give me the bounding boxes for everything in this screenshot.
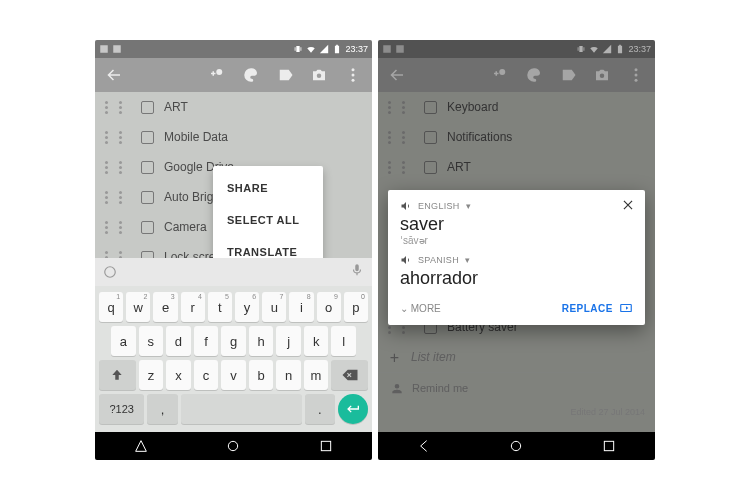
nav-recent[interactable]: [318, 438, 334, 454]
nav-home[interactable]: [508, 438, 524, 454]
ctx-select-all[interactable]: Select All: [213, 204, 323, 236]
key-s[interactable]: s: [139, 326, 164, 356]
speaker-icon[interactable]: [400, 254, 412, 266]
more-toggle[interactable]: ⌄ More: [400, 303, 441, 314]
key-symbols[interactable]: ?123: [99, 394, 144, 424]
svg-rect-11: [383, 45, 391, 53]
camera-icon[interactable]: [306, 62, 332, 88]
palette-icon[interactable]: [238, 62, 264, 88]
key-z[interactable]: z: [139, 360, 164, 390]
key-b[interactable]: b: [249, 360, 274, 390]
vibrate-icon: [576, 44, 586, 54]
key-l[interactable]: l: [331, 326, 356, 356]
svg-point-4: [352, 68, 355, 71]
back-button[interactable]: [101, 62, 127, 88]
remind-me: Remind me: [378, 373, 655, 403]
add-person-icon[interactable]: [204, 62, 230, 88]
close-button[interactable]: [621, 198, 635, 212]
key-w[interactable]: w2: [126, 292, 150, 322]
key-i[interactable]: i8: [289, 292, 313, 322]
checkbox[interactable]: [141, 161, 154, 174]
label-icon[interactable]: [272, 62, 298, 88]
key-shift[interactable]: [99, 360, 136, 390]
ctx-share[interactable]: Share: [213, 172, 323, 204]
key-period[interactable]: .: [305, 394, 335, 424]
key-n[interactable]: n: [276, 360, 301, 390]
key-v[interactable]: v: [221, 360, 246, 390]
list-pane: ART Mobile Data Google Drive Auto Bright…: [95, 92, 372, 258]
nav-back[interactable]: [416, 438, 432, 454]
ctx-translate[interactable]: Translate: [213, 236, 323, 258]
nav-recent[interactable]: [601, 438, 617, 454]
key-j[interactable]: j: [276, 326, 301, 356]
key-space[interactable]: [181, 394, 302, 424]
key-backspace[interactable]: [331, 360, 368, 390]
wifi-icon: [589, 44, 599, 54]
key-q[interactable]: q1: [99, 292, 123, 322]
key-y[interactable]: y6: [235, 292, 259, 322]
overflow-icon[interactable]: [623, 62, 649, 88]
status-time: 23:37: [345, 44, 368, 54]
key-g[interactable]: g: [221, 326, 246, 356]
checkbox[interactable]: [141, 221, 154, 234]
nav-bar: [378, 432, 655, 460]
camera-icon[interactable]: [589, 62, 615, 88]
key-k[interactable]: k: [304, 326, 329, 356]
svg-rect-12: [396, 45, 404, 53]
list-item[interactable]: Mobile Data: [95, 122, 372, 152]
key-r[interactable]: r4: [181, 292, 205, 322]
svg-point-2: [216, 69, 222, 75]
key-f[interactable]: f: [194, 326, 219, 356]
action-bar: [95, 58, 372, 92]
key-u[interactable]: u7: [262, 292, 286, 322]
app-icon: [382, 44, 392, 54]
google-icon[interactable]: [103, 265, 117, 279]
replace-button[interactable]: Replace: [562, 301, 633, 315]
source-language[interactable]: English▾: [400, 200, 633, 212]
key-x[interactable]: x: [166, 360, 191, 390]
speaker-icon[interactable]: [400, 200, 412, 212]
key-a[interactable]: a: [111, 326, 136, 356]
checkbox[interactable]: [141, 101, 154, 114]
key-p[interactable]: p0: [344, 292, 368, 322]
key-o[interactable]: o9: [317, 292, 341, 322]
key-c[interactable]: c: [194, 360, 219, 390]
key-t[interactable]: t5: [208, 292, 232, 322]
checkbox[interactable]: [141, 131, 154, 144]
suggestion-bar: [95, 258, 372, 286]
overflow-icon[interactable]: [340, 62, 366, 88]
checkbox[interactable]: [141, 191, 154, 204]
label-icon[interactable]: [555, 62, 581, 88]
svg-point-9: [229, 441, 238, 450]
key-h[interactable]: h: [249, 326, 274, 356]
list-item[interactable]: ART: [95, 92, 372, 122]
edited-timestamp: Edited 27 Jul 2014: [378, 403, 655, 421]
key-e[interactable]: e3: [153, 292, 177, 322]
back-button[interactable]: [384, 62, 410, 88]
palette-icon[interactable]: [521, 62, 547, 88]
svg-point-8: [105, 267, 116, 278]
add-person-icon[interactable]: [487, 62, 513, 88]
svg-point-13: [499, 69, 505, 75]
keyboard: q1w2e3r4t5y6u7i8o9p0 asdfghjkl zxcvbnm ?…: [95, 286, 372, 432]
svg-rect-1: [113, 45, 121, 53]
status-bar: 23:37: [95, 40, 372, 58]
status-bar: 23:37: [378, 40, 655, 58]
signal-icon: [602, 44, 612, 54]
action-bar: [378, 58, 655, 92]
nav-back[interactable]: [133, 438, 149, 454]
target-language[interactable]: Spanish▾: [400, 254, 633, 266]
add-list-item: +List item: [378, 342, 655, 372]
source-pronunciation: ˈsāvər: [400, 235, 633, 246]
key-enter[interactable]: [338, 394, 368, 424]
svg-point-16: [635, 74, 638, 77]
nav-bar: [95, 432, 372, 460]
key-comma[interactable]: ,: [147, 394, 177, 424]
key-m[interactable]: m: [304, 360, 329, 390]
key-d[interactable]: d: [166, 326, 191, 356]
mic-icon[interactable]: [350, 263, 364, 281]
svg-point-5: [352, 74, 355, 77]
nav-home[interactable]: [225, 438, 241, 454]
battery-icon: [332, 44, 342, 54]
checkbox[interactable]: [141, 251, 154, 259]
